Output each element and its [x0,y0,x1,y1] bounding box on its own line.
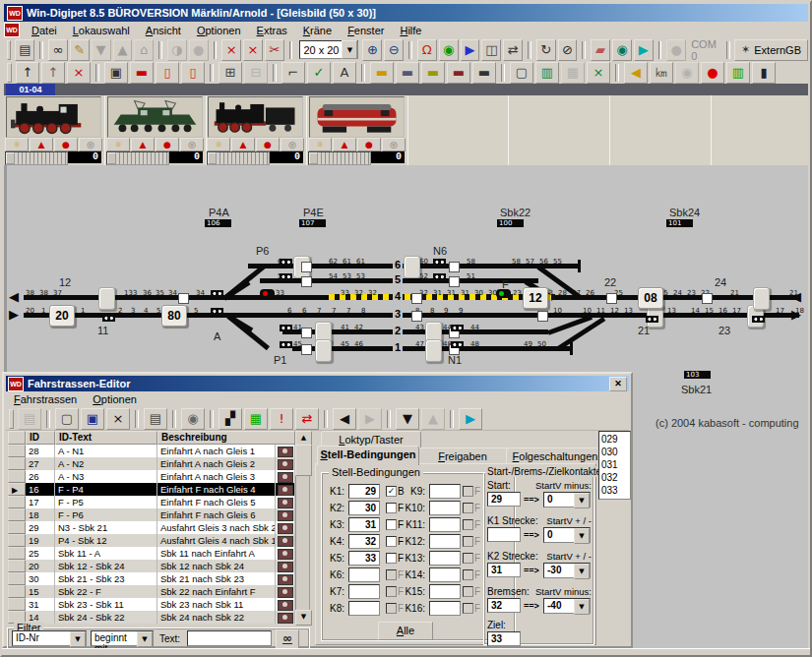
camera-icon[interactable] [278,600,293,611]
table-row-14-cell-idtext[interactable]: Sbk 24 - Sbk 22 [55,611,157,624]
row-selector[interactable] [8,470,26,483]
route-button[interactable] [449,276,460,287]
scroll-down-button[interactable]: ▼ [295,610,312,626]
route-button[interactable] [301,276,312,287]
table-row-15-cell-idtext[interactable]: Sbk 22 - F [55,585,157,598]
route-id-item[interactable]: 032 [601,471,628,484]
signal-indicator[interactable] [280,341,292,348]
filter-field-combo[interactable]: ID-Nr▼ [12,630,87,646]
row-selector[interactable]: ▶ [8,483,26,496]
route-button[interactable] [411,311,422,322]
k-checkbox[interactable] [386,603,397,614]
route-button[interactable] [537,311,548,322]
kontakt-combo[interactable]: -40▼ [543,598,591,614]
k-checkbox[interactable] [463,503,473,513]
kontakt-combo-dropdown-icon[interactable]: ▼ [574,564,590,579]
k-field-input[interactable] [348,584,380,599]
camera-icon[interactable] [278,613,293,624]
k-checkbox[interactable] [463,519,473,530]
kontakt-combo[interactable]: -30▼ [543,563,591,578]
table-row-16-cell-desc[interactable]: Einfahrt F nach Gleis 4 [157,483,276,496]
signal-indicator[interactable] [451,341,464,348]
track-indicator-plate[interactable] [404,256,420,278]
k-checkbox[interactable] [463,486,473,497]
table-row-28-cell-camera[interactable] [276,445,295,457]
table-row-14-cell-desc[interactable]: Sbk 24 nach Sbk 22 [157,611,276,624]
signal-indicator[interactable] [433,273,446,280]
signal-indicator[interactable] [451,325,464,331]
table-row-25-cell-camera[interactable] [276,547,295,560]
kontakt-input[interactable]: 31 [487,563,521,577]
table-row-20-cell-id[interactable]: 20 [26,560,55,572]
table-row-20-cell-camera[interactable] [276,560,295,572]
track-indicator-plate[interactable] [98,287,115,310]
signal-indicator[interactable] [211,308,223,315]
k-field-input[interactable] [429,601,461,616]
k-checkbox[interactable] [463,536,473,547]
tab-stell-bedingungen[interactable]: Stell-Bedingungen [317,446,419,465]
row-selector[interactable] [8,521,26,534]
camera-icon[interactable] [278,498,293,508]
route-id-list[interactable]: 029030031032033 [598,431,631,500]
signal-indicator[interactable] [280,259,292,266]
table-row-27-cell-id[interactable]: 27 [26,457,55,470]
track-indicator-plate[interactable] [315,339,332,362]
k-field-input[interactable] [348,567,380,582]
k-checkbox[interactable] [463,553,473,564]
track-indicator-plate[interactable] [753,287,770,310]
row-selector[interactable] [8,457,26,470]
table-row-29-cell-desc[interactable]: Ausfahrt Gleis 3 nach Sbk 21 [157,521,276,534]
camera-icon[interactable] [278,549,293,560]
table-row-30-cell-id[interactable]: 30 [26,572,55,585]
route-button[interactable] [449,262,460,272]
k-field-input[interactable] [429,567,461,582]
table-header-ID[interactable]: ID [26,431,55,445]
k-field-input[interactable] [429,484,461,499]
kontakt-input[interactable]: 33 [487,631,521,646]
table-row-19-cell-idtext[interactable]: P4 - Sbk 12 [55,534,157,547]
table-row-14-cell-camera[interactable] [276,611,295,624]
k-checkbox[interactable] [463,603,473,614]
route-id-item[interactable]: 029 [601,433,628,446]
table-row-15-cell-desc[interactable]: Sbk 22 nach Einfahrt F [157,585,276,598]
camera-icon[interactable] [278,447,293,457]
row-selector[interactable] [8,445,26,457]
filter-op-combo[interactable]: beginnt mit▼ [91,630,154,646]
table-row-26-cell-desc[interactable]: Einfahrt A nach Gleis 3 [157,470,276,483]
camera-icon[interactable] [278,510,293,521]
k-field-input[interactable]: 32 [348,534,380,549]
table-header-ID-Text[interactable]: ID-Text [55,431,157,445]
camera-icon[interactable] [278,536,293,547]
row-selector[interactable] [8,547,26,560]
signal-indicator[interactable] [280,325,292,331]
track-indicator-plate[interactable] [425,339,442,362]
table-row-27-cell-desc[interactable]: Einfahrt A nach Gleis 2 [157,457,276,470]
table-row-26-cell-idtext[interactable]: A - N3 [55,470,157,483]
route-id-item[interactable]: 031 [601,458,628,471]
table-row-26-cell-camera[interactable] [276,470,295,483]
k-field-input[interactable] [429,501,461,515]
k-checkbox[interactable] [386,586,397,597]
table-row-17-cell-desc[interactable]: Einfahrt F nach Gleis 5 [157,496,276,508]
kontakt-input[interactable]: 29 [487,492,521,507]
k-field-input[interactable] [348,601,380,616]
k-field-input[interactable] [429,551,461,566]
table-row-29-cell-idtext[interactable]: N3 - Sbk 21 [55,521,157,534]
k-field-input[interactable]: 33 [348,551,380,566]
table-row-31-cell-camera[interactable] [276,598,295,611]
table-row-19-cell-id[interactable]: 19 [26,534,55,547]
table-row-17-cell-id[interactable]: 17 [26,496,55,508]
table-row-17-cell-idtext[interactable]: F - P5 [55,496,157,508]
k-checkbox[interactable] [386,503,397,513]
signal-indicator[interactable] [211,290,223,297]
k-field-input[interactable]: 31 [348,517,380,532]
table-row-27-cell-camera[interactable] [276,457,295,470]
camera-icon[interactable] [278,485,293,496]
filter-op-dropdown-icon[interactable]: ▼ [137,631,153,647]
table-row-17-cell-camera[interactable] [276,496,295,508]
table-row-15-cell-camera[interactable] [276,585,295,598]
table-row-29-cell-camera[interactable] [276,521,295,534]
table-header-Beschreibung[interactable]: Beschreibung [157,431,295,445]
camera-icon[interactable] [278,523,293,534]
table-row-26-cell-id[interactable]: 26 [26,470,55,483]
